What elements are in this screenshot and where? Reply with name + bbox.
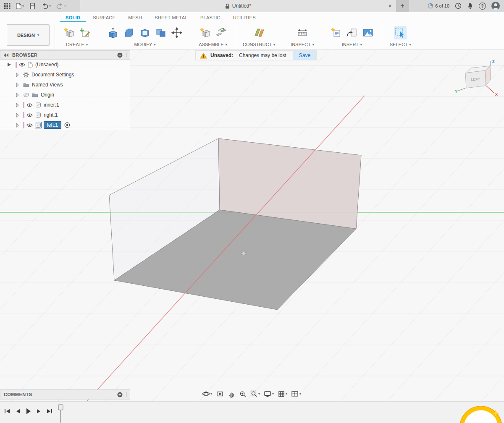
panel-grip[interactable] bbox=[126, 52, 126, 57]
tree-item-unsaved[interactable]: (Unsaved) bbox=[0, 60, 130, 70]
tab-plastic[interactable]: PLASTIC bbox=[194, 13, 226, 22]
assemble-menu-label: ASSEMBLE bbox=[199, 42, 223, 47]
create-sketch-icon[interactable] bbox=[79, 26, 91, 39]
tab-solid[interactable]: SOLID bbox=[60, 13, 86, 22]
tree-item-inner[interactable]: inner:1 bbox=[0, 100, 130, 110]
tree-item-label-selected: left:1 bbox=[44, 121, 61, 129]
look-at-button[interactable] bbox=[215, 389, 225, 398]
canvas-image-icon[interactable] bbox=[362, 26, 374, 39]
expand-caret-icon[interactable] bbox=[16, 73, 19, 77]
expand-circle-icon[interactable] bbox=[117, 392, 123, 397]
move-copy-icon[interactable] bbox=[171, 26, 183, 39]
axis-x-label: X bbox=[495, 92, 498, 97]
titlebar: ▾ ▾ ▾ Untitled* × + 6 of 10 ? bbox=[0, 0, 504, 12]
tree-item-origin[interactable]: Origin bbox=[0, 90, 130, 100]
go-to-end-button[interactable] bbox=[46, 408, 52, 414]
tab-mesh[interactable]: MESH bbox=[122, 13, 148, 22]
modify-menu[interactable]: MODIFY ▾ bbox=[107, 42, 183, 47]
tab-sheet-metal[interactable]: SHEET METAL bbox=[149, 13, 194, 22]
browser-header[interactable]: BROWSER bbox=[0, 50, 130, 60]
browser-tree: (Unsaved) Document Settings Named Views … bbox=[0, 60, 130, 130]
create-menu[interactable]: CREATE ▾ bbox=[63, 42, 91, 47]
group-inspect: INSPECT ▾ bbox=[283, 22, 322, 49]
measure-icon[interactable] bbox=[296, 26, 309, 39]
shell-icon[interactable] bbox=[139, 26, 151, 39]
fillet-icon[interactable] bbox=[123, 26, 135, 39]
insert-mcmaster-icon[interactable] bbox=[346, 26, 358, 39]
fit-button[interactable]: ▾ bbox=[249, 389, 261, 399]
avatar[interactable] bbox=[491, 2, 500, 10]
visibility-eye-off-icon[interactable] bbox=[23, 93, 29, 97]
press-pull-icon[interactable] bbox=[107, 26, 119, 39]
go-to-start-button[interactable] bbox=[4, 408, 10, 414]
panel-grip[interactable] bbox=[126, 392, 126, 397]
gear-icon bbox=[23, 72, 29, 78]
tree-item-document-settings[interactable]: Document Settings bbox=[0, 70, 130, 80]
fit-caret: ▾ bbox=[258, 392, 260, 396]
inspect-menu[interactable]: INSPECT ▾ bbox=[291, 42, 314, 47]
redo-icon[interactable]: ▾ bbox=[56, 3, 66, 9]
notifications-bell-icon[interactable] bbox=[467, 3, 473, 9]
insert-menu[interactable]: INSERT ▾ bbox=[330, 42, 374, 47]
help-icon[interactable]: ? bbox=[479, 3, 486, 10]
visibility-eye-icon[interactable] bbox=[26, 113, 33, 118]
workspace-selector-design[interactable]: DESIGN ▾ bbox=[7, 24, 50, 46]
display-settings-button[interactable]: ▾ bbox=[262, 389, 275, 399]
document-tab[interactable]: Untitled* × bbox=[80, 0, 396, 12]
viewports-button[interactable]: ▾ bbox=[290, 389, 302, 398]
play-button[interactable] bbox=[26, 408, 31, 415]
construct-plane-icon[interactable] bbox=[253, 26, 265, 39]
visibility-eye-icon[interactable] bbox=[19, 63, 25, 67]
step-forward-button[interactable] bbox=[36, 408, 41, 414]
save-icon[interactable] bbox=[29, 3, 36, 9]
expand-caret-icon[interactable] bbox=[16, 83, 19, 87]
joint-icon[interactable] bbox=[215, 26, 227, 39]
tree-item-label: (Unsaved) bbox=[35, 62, 58, 68]
undo-icon[interactable]: ▾ bbox=[41, 3, 51, 9]
new-component-icon[interactable] bbox=[63, 26, 75, 39]
step-back-button[interactable] bbox=[16, 408, 21, 414]
select-menu[interactable]: SELECT ▾ bbox=[390, 42, 411, 47]
orbit-button[interactable]: ▾ bbox=[201, 389, 213, 399]
group-select: SELECT ▾ bbox=[382, 22, 419, 49]
assemble-new-component-icon[interactable] bbox=[199, 26, 211, 39]
close-document-button[interactable]: × bbox=[388, 0, 392, 12]
assemble-menu[interactable]: ASSEMBLE ▾ bbox=[199, 42, 227, 47]
app-grid-icon[interactable] bbox=[4, 3, 10, 9]
tree-item-named-views[interactable]: Named Views bbox=[0, 80, 130, 90]
save-button[interactable]: Save bbox=[293, 51, 316, 60]
tab-surface[interactable]: SURFACE bbox=[87, 13, 121, 22]
visibility-eye-icon[interactable] bbox=[26, 103, 33, 107]
tree-item-right[interactable]: right:1 bbox=[0, 110, 130, 120]
new-document-tab-button[interactable]: + bbox=[396, 0, 409, 12]
component-color-bar bbox=[23, 112, 24, 118]
tree-item-left-selected[interactable]: left:1 bbox=[0, 120, 130, 130]
view-cube[interactable]: LEFT Z Y X bbox=[455, 59, 502, 99]
combine-icon[interactable] bbox=[155, 26, 167, 39]
component-color-bar bbox=[23, 102, 24, 108]
collapse-left-icon[interactable] bbox=[4, 53, 9, 57]
history-clock-icon[interactable] bbox=[455, 3, 462, 9]
timeline-position-marker[interactable] bbox=[57, 404, 65, 423]
tree-item-label: inner:1 bbox=[44, 102, 59, 108]
job-status[interactable]: 6 of 10 bbox=[428, 3, 449, 9]
file-menu-icon[interactable]: ▾ bbox=[16, 3, 24, 9]
grid-and-snaps-button[interactable]: ▾ bbox=[276, 389, 289, 399]
origin-handle[interactable] bbox=[241, 252, 246, 255]
inspect-menu-caret: ▾ bbox=[312, 43, 314, 47]
collapse-circle-icon[interactable] bbox=[117, 52, 123, 58]
comments-panel[interactable]: COMMENTS bbox=[0, 389, 130, 400]
tab-utilities[interactable]: UTILITIES bbox=[227, 13, 262, 22]
expand-caret-icon[interactable] bbox=[16, 113, 19, 118]
expand-caret-icon[interactable] bbox=[16, 93, 19, 97]
select-cursor-icon[interactable] bbox=[394, 26, 407, 39]
pan-button[interactable] bbox=[226, 389, 236, 399]
comments-title: COMMENTS bbox=[4, 392, 32, 397]
insert-derive-icon[interactable] bbox=[330, 26, 342, 39]
zoom-button[interactable] bbox=[238, 389, 248, 399]
visibility-eye-icon[interactable] bbox=[26, 123, 33, 128]
activate-component-radio[interactable] bbox=[64, 122, 70, 128]
construct-menu[interactable]: CONSTRUCT ▾ bbox=[243, 42, 275, 47]
expand-caret-icon[interactable] bbox=[16, 123, 19, 128]
expand-caret-icon[interactable] bbox=[16, 103, 19, 107]
